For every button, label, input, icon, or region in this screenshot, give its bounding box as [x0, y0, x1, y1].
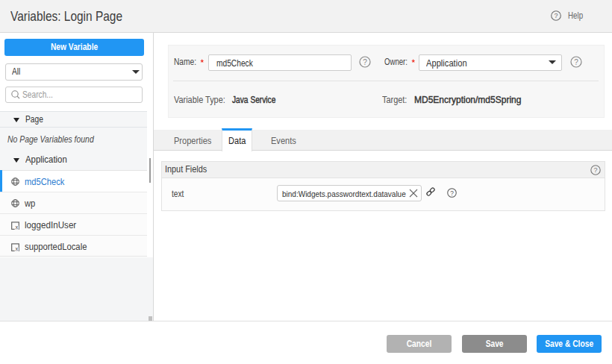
svg-text:?: ?	[450, 189, 454, 197]
svg-text:x: x	[16, 245, 19, 251]
svg-text:x: x	[16, 224, 19, 230]
svg-text:?: ?	[593, 166, 597, 174]
svg-text:?: ?	[363, 58, 367, 66]
svg-text:?: ?	[554, 12, 558, 19]
svg-text:?: ?	[574, 58, 578, 66]
